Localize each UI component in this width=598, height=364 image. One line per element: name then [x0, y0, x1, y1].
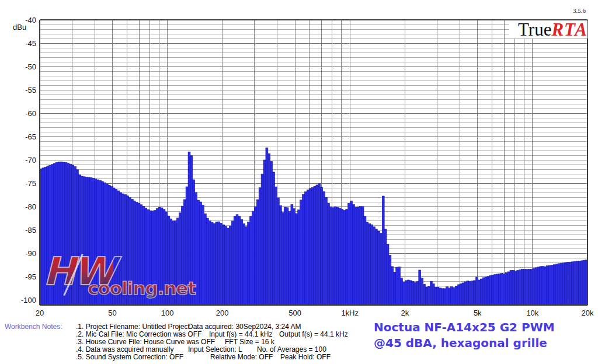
note-line: .5. Sound System Correction: OFF: [76, 353, 183, 361]
spectrum-bar: [487, 276, 489, 305]
spectrum-bar: [227, 228, 229, 305]
note-line: Relative Mode: OFF: [210, 353, 273, 361]
spectrum-bar: [206, 218, 208, 305]
spectrum-bar: [254, 206, 256, 305]
spectrum-bar: [295, 214, 298, 305]
spectrum-bar: [304, 192, 307, 305]
spectrum-bar: [147, 209, 150, 305]
spectrum-bar: [391, 267, 394, 305]
spectrum-bar: [158, 207, 161, 305]
y-axis-labels: -40-45-50-55-60-65-70-75-80-85-90-95-100…: [13, 16, 36, 304]
spectrum-bar: [215, 222, 218, 305]
spectrum-bar: [530, 270, 533, 305]
spectrum-bar: [234, 216, 236, 305]
spectrum-bar: [500, 273, 503, 305]
spectrum-bar: [172, 220, 175, 305]
spectrum-bar: [53, 163, 55, 305]
spectrum-bar: [394, 272, 396, 305]
spectrum-bar: [133, 201, 135, 305]
spectrum-bar: [537, 267, 540, 305]
spectrum-bar: [179, 213, 181, 305]
spectrum-bar: [558, 264, 560, 305]
spectrum-bar: [376, 229, 378, 305]
spectrum-bar: [551, 265, 553, 305]
spectrum-bar: [108, 185, 110, 305]
spectrum-bar: [211, 222, 213, 305]
spectrum-bar: [231, 221, 234, 305]
spectrum-bar: [553, 265, 555, 305]
spectrum-bar: [286, 208, 288, 305]
axis-tick-label: 100: [161, 309, 174, 317]
caption-line-1: Noctua NF-A14x25 G2 PWM: [374, 320, 555, 335]
spectrum-bar: [348, 203, 350, 305]
spectrum-bar: [526, 270, 528, 305]
spectrum-bar: [359, 206, 361, 305]
spectrum-bar: [482, 278, 485, 305]
spectrum-bar: [175, 220, 177, 305]
axis-tick-label: -95: [25, 272, 36, 281]
spectrum-bar: [583, 260, 585, 305]
spectrum-bar: [181, 206, 183, 305]
spectrum-bar: [460, 284, 462, 305]
spectrum-bar: [569, 262, 572, 305]
axis-tick-label: -100: [21, 296, 36, 304]
spectrum-bar: [528, 269, 530, 305]
spectrum-bar: [510, 271, 512, 306]
note-line: Input Selection: L: [188, 345, 242, 354]
spectrum-bar: [373, 227, 376, 305]
spectrum-bar: [47, 166, 49, 305]
spectrum-bar: [102, 181, 104, 305]
spectrum-bar: [398, 267, 401, 305]
spectrum-bar: [277, 198, 279, 305]
spectrum-bar: [128, 198, 131, 305]
spectrum-bar: [99, 180, 102, 305]
spectrum-bar: [113, 188, 115, 305]
note-line: .1. Project Filename: Untitled Project: [76, 323, 190, 331]
spectrum-bar: [560, 263, 562, 305]
spectrum-bar: [507, 272, 510, 305]
spectrum-bar: [505, 273, 507, 305]
spectrum-bar: [542, 267, 544, 305]
spectrum-bar: [49, 165, 51, 305]
logo-text-true: True: [518, 20, 551, 38]
axis-tick-label: -60: [25, 109, 36, 118]
spectrum-bar: [405, 281, 407, 305]
spectrum-bar: [343, 211, 346, 305]
axis-tick-label: 2k: [401, 309, 409, 317]
spectrum-bar: [455, 286, 457, 305]
spectrum-bar: [65, 163, 67, 305]
spectrum-bar: [279, 206, 281, 305]
spectrum-bar: [197, 200, 200, 305]
spectrum-bar: [248, 222, 250, 305]
note-line: .2. Mic Cal File: Mic Correction was OFF: [76, 330, 201, 338]
spectrum-bar: [578, 261, 580, 305]
spectrum-bar: [354, 207, 357, 305]
spectrum-bar: [156, 208, 158, 305]
spectrum-bar: [421, 278, 423, 305]
spectrum-bar: [268, 153, 270, 305]
spectrum-bar: [261, 174, 263, 305]
axis-tick-label: -85: [25, 226, 36, 235]
spectrum-bar: [145, 208, 147, 305]
spectrum-bar: [467, 281, 469, 305]
spectrum-bar: [524, 270, 526, 305]
spectrum-bar: [250, 216, 252, 305]
spectrum-bar: [190, 156, 193, 305]
spectrum-bar: [120, 192, 122, 305]
spectrum-bar: [492, 275, 494, 305]
spectrum-bar: [464, 282, 467, 305]
spectrum-bar: [412, 282, 414, 305]
spectrum-bar: [142, 206, 145, 305]
spectrum-bar: [562, 263, 565, 306]
spectrum-bar: [60, 162, 62, 305]
spectrum-bar: [555, 264, 558, 305]
spectrum-bar: [512, 270, 514, 305]
spectrum-bar: [401, 278, 403, 305]
spectrum-bar: [95, 179, 97, 305]
x-axis-labels: 20501002005001kHz2k5k10k20k: [36, 309, 594, 317]
spectrum-bar: [213, 223, 215, 305]
spectrum-bar: [514, 271, 517, 305]
spectrum-bar: [437, 287, 439, 305]
spectrum-bar: [288, 212, 291, 305]
spectrum-bar: [325, 197, 328, 305]
